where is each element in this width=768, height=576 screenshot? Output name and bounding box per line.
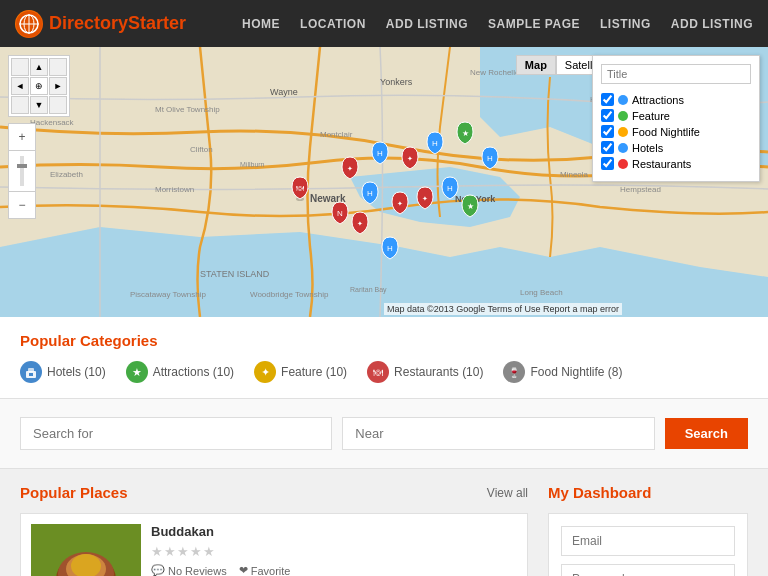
main-content: Popular Places View all ★★★★★	[0, 469, 768, 576]
category-feature[interactable]: ✦ Feature (10)	[254, 361, 347, 383]
star-1: ★	[151, 544, 163, 559]
nav-home[interactable]: HOME	[242, 17, 280, 31]
filter-restaurants: Restaurants	[601, 157, 751, 170]
map-controls: ▲ ◄ ⊕ ► ▼ + −	[8, 55, 70, 219]
filter-feature: Feature	[601, 109, 751, 122]
popular-places-header: Popular Places View all	[20, 484, 528, 501]
zoom-slider[interactable]	[8, 151, 36, 191]
logo-text: DirectoryStarter	[49, 13, 186, 34]
feature-category-icon: ✦	[254, 361, 276, 383]
food-dot	[618, 127, 628, 137]
map-view-button[interactable]: Map	[516, 55, 556, 75]
svg-text:Wayne: Wayne	[270, 87, 298, 97]
move-up-right[interactable]	[49, 58, 67, 76]
filter-food-checkbox[interactable]	[601, 125, 614, 138]
svg-text:Long Beach: Long Beach	[520, 288, 563, 297]
svg-rect-43	[28, 368, 34, 372]
filter-attractions-checkbox[interactable]	[601, 93, 614, 106]
categories-title: Popular Categories	[20, 332, 748, 349]
filter-restaurants-checkbox[interactable]	[601, 157, 614, 170]
near-input[interactable]	[342, 417, 654, 450]
svg-text:Millburn: Millburn	[240, 161, 265, 168]
nav-add-listing-1[interactable]: ADD LISTING	[386, 17, 468, 31]
place-info: Buddakan ★ ★ ★ ★ ★ 💬 No Reviews ❤ Favori…	[151, 524, 517, 576]
move-up-left[interactable]	[11, 58, 29, 76]
directional-pad: ▲ ◄ ⊕ ► ▼	[8, 55, 70, 117]
hotels-category-icon	[20, 361, 42, 383]
dashboard-title: My Dashboard	[548, 484, 748, 501]
move-down-right[interactable]	[49, 96, 67, 114]
popular-places-section: Popular Places View all ★★★★★	[20, 484, 528, 576]
star-4: ★	[190, 544, 202, 559]
svg-text:Morristown: Morristown	[155, 185, 194, 194]
zoom-controls: + −	[8, 123, 70, 219]
nav-sample-page[interactable]: SAMPLE PAGE	[488, 17, 580, 31]
search-section: Search	[0, 399, 768, 469]
map-filter-panel: Attractions Feature Food Nightlife Hotel…	[592, 55, 760, 182]
svg-text:STATEN ISLAND: STATEN ISLAND	[200, 269, 270, 279]
move-up[interactable]: ▲	[30, 58, 48, 76]
svg-rect-44	[29, 373, 33, 376]
category-hotels[interactable]: Hotels (10)	[20, 361, 106, 383]
move-down[interactable]: ▼	[30, 96, 48, 114]
map-title-input[interactable]	[601, 64, 751, 84]
restaurants-category-icon: 🍽	[367, 361, 389, 383]
popular-places-title: Popular Places	[20, 484, 128, 501]
main-nav: HOME LOCATION ADD LISTING SAMPLE PAGE LI…	[242, 17, 753, 31]
svg-text:Clifton: Clifton	[190, 145, 213, 154]
zoom-in-button[interactable]: +	[8, 123, 36, 151]
logo-icon	[15, 10, 43, 38]
filter-hotels-checkbox[interactable]	[601, 141, 614, 154]
categories-list: Hotels (10) ★ Attractions (10) ✦ Feature…	[20, 361, 748, 383]
svg-text:Mineola: Mineola	[560, 170, 589, 179]
place-image: ★★★★★	[31, 524, 141, 576]
nav-add-listing-2[interactable]: ADD LISTING	[671, 17, 753, 31]
view-all-link[interactable]: View all	[487, 486, 528, 500]
logo: DirectoryStarter	[15, 10, 186, 38]
category-attractions[interactable]: ★ Attractions (10)	[126, 361, 234, 383]
password-input[interactable]	[561, 564, 735, 576]
category-restaurants[interactable]: 🍽 Restaurants (10)	[367, 361, 483, 383]
svg-text:New Rochelle: New Rochelle	[470, 68, 520, 77]
svg-text:Woodbridge Township: Woodbridge Township	[250, 290, 329, 299]
attractions-category-icon: ★	[126, 361, 148, 383]
move-down-left[interactable]	[11, 96, 29, 114]
place-stars: ★ ★ ★ ★ ★	[151, 544, 517, 559]
zoom-out-button[interactable]: −	[8, 191, 36, 219]
star-5: ★	[203, 544, 215, 559]
place-name: Buddakan	[151, 524, 517, 539]
nav-listing[interactable]: LISTING	[600, 17, 651, 31]
reviews-meta: 💬 No Reviews	[151, 564, 227, 576]
attractions-dot	[618, 95, 628, 105]
email-input[interactable]	[561, 526, 735, 556]
category-food-nightlife[interactable]: 🍷 Food Nightlife (8)	[503, 361, 622, 383]
dashboard-box: Sign In New User? Register Now Forgot Pa…	[548, 513, 748, 576]
hotels-dot	[618, 143, 628, 153]
place-meta: 💬 No Reviews ❤ Favorite	[151, 564, 517, 576]
favorite-meta[interactable]: ❤ Favorite	[239, 564, 291, 576]
svg-text:Newark: Newark	[310, 193, 346, 204]
svg-text:Yonkers: Yonkers	[380, 77, 413, 87]
categories-section: Popular Categories Hotels (10) ★ Attract…	[0, 317, 768, 399]
map-section: Hackensack Mt Olive Township Wayne Yonke…	[0, 47, 768, 317]
svg-text:New York: New York	[455, 194, 496, 204]
filter-food-nightlife: Food Nightlife	[601, 125, 751, 138]
restaurants-dot	[618, 159, 628, 169]
dashboard-section: My Dashboard Sign In New User? Register …	[548, 484, 748, 576]
filter-hotels: Hotels	[601, 141, 751, 154]
search-input[interactable]	[20, 417, 332, 450]
filter-feature-checkbox[interactable]	[601, 109, 614, 122]
svg-text:Hempstead: Hempstead	[620, 185, 661, 194]
move-center[interactable]: ⊕	[30, 77, 48, 95]
nav-location[interactable]: LOCATION	[300, 17, 366, 31]
move-left[interactable]: ◄	[11, 77, 29, 95]
move-right[interactable]: ►	[49, 77, 67, 95]
header: DirectoryStarter HOME LOCATION ADD LISTI…	[0, 0, 768, 47]
map-attribution: Map data ©2013 Google Terms of Use Repor…	[384, 303, 622, 315]
star-3: ★	[177, 544, 189, 559]
filter-attractions: Attractions	[601, 93, 751, 106]
svg-text:Montclair: Montclair	[320, 130, 353, 139]
svg-text:Raritan Bay: Raritan Bay	[350, 286, 387, 294]
search-button[interactable]: Search	[665, 418, 748, 449]
place-card: ★★★★★ Buddakan ★ ★ ★ ★ ★ 💬 No Reviews	[20, 513, 528, 576]
